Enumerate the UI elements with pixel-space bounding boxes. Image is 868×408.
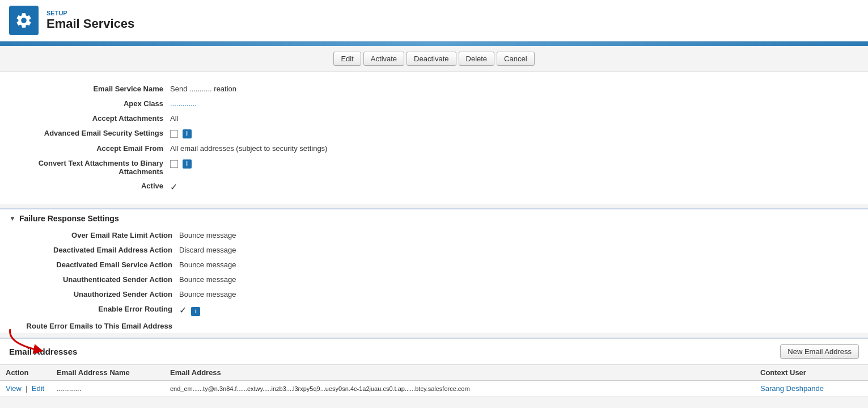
- email-addresses-title: Email Addresses: [9, 347, 769, 356]
- table-header-row: Action Email Address Name Email Address …: [0, 365, 868, 381]
- field-deactivated-address: Deactivated Email Address Action Discard…: [9, 242, 859, 257]
- cell-email: end_em......ty@n.3n84.f......extwy.....i…: [164, 381, 755, 397]
- gear-icon: [15, 11, 33, 30]
- app-icon: [9, 6, 39, 35]
- value-route-error-emails: [179, 321, 859, 322]
- value-email-service-name: Send ........... reation: [170, 83, 868, 93]
- value-unauthenticated-sender: Bounce message: [179, 274, 859, 284]
- value-accept-email-from: All email addresses (subject to security…: [170, 143, 868, 153]
- field-convert-attachments: Convert Text Attachments to BinaryAttach…: [0, 155, 868, 178]
- cell-name: ............: [51, 381, 164, 397]
- value-enable-error-routing: ✓ i: [179, 304, 859, 316]
- label-accept-attachments: Accept Attachments: [0, 113, 170, 123]
- label-email-service-name: Email Service Name: [0, 83, 170, 93]
- info-icon-error-routing[interactable]: i: [191, 307, 200, 316]
- action-edit-link[interactable]: Edit: [32, 384, 44, 393]
- col-header-action: Action: [0, 365, 51, 381]
- email-addresses-section: Email Addresses New Email Address Action…: [0, 338, 868, 397]
- page-title: Email Services: [46, 16, 134, 31]
- toolbar: Edit Activate Deactivate Delete Cancel: [0, 46, 868, 72]
- label-deactivated-address: Deactivated Email Address Action: [9, 245, 179, 254]
- label-unauthorized-sender: Unauthorized Sender Action: [9, 289, 179, 298]
- value-accept-attachments: All: [170, 113, 868, 123]
- field-unauthenticated-sender: Unauthenticated Sender Action Bounce mes…: [9, 272, 859, 287]
- annotation-arrow: [5, 326, 56, 355]
- failure-response-section: ▼ Failure Response Settings Over Email R…: [0, 208, 868, 333]
- cell-context-user: Sarang Deshpande: [755, 381, 868, 397]
- page-header: SETUP Email Services: [0, 0, 868, 41]
- action-view-link[interactable]: View: [6, 384, 22, 393]
- activate-button[interactable]: Activate: [363, 52, 404, 66]
- context-user-link[interactable]: Sarang Deshpande: [760, 384, 824, 393]
- field-active: Active ✓: [0, 178, 868, 195]
- deactivate-button[interactable]: Deactivate: [407, 52, 456, 66]
- label-enable-error-routing: Enable Error Routing: [9, 304, 179, 313]
- field-advanced-security: Advanced Email Security Settings i: [0, 125, 868, 141]
- edit-button[interactable]: Edit: [333, 52, 361, 66]
- field-over-email-rate: Over Email Rate Limit Action Bounce mess…: [9, 228, 859, 242]
- value-apex-class: .............: [170, 98, 868, 108]
- label-apex-class: Apex Class: [0, 98, 170, 108]
- collapse-arrow[interactable]: ▼: [9, 214, 16, 222]
- email-addresses-table: Action Email Address Name Email Address …: [0, 365, 868, 397]
- email-addresses-header: Email Addresses New Email Address: [0, 339, 868, 365]
- value-unauthorized-sender: Bounce message: [179, 289, 859, 298]
- field-apex-class: Apex Class .............: [0, 96, 868, 111]
- cell-action: View | Edit: [0, 381, 51, 397]
- field-unauthorized-sender: Unauthorized Sender Action Bounce messag…: [9, 287, 859, 301]
- col-header-context: Context User: [755, 365, 868, 381]
- value-over-email-rate: Bounce message: [179, 230, 859, 239]
- value-active: ✓: [170, 180, 868, 192]
- cancel-button[interactable]: Cancel: [497, 52, 534, 66]
- label-active: Active: [0, 180, 170, 190]
- label-deactivated-service: Deactivated Email Service Action: [9, 259, 179, 269]
- value-deactivated-address: Discard message: [179, 245, 859, 254]
- delete-button[interactable]: Delete: [459, 52, 495, 66]
- info-icon-advanced-security[interactable]: i: [183, 129, 192, 138]
- info-icon-convert-attachments[interactable]: i: [183, 159, 192, 169]
- field-deactivated-service: Deactivated Email Service Action Bounce …: [9, 257, 859, 272]
- field-route-error-emails: Route Error Emails to This Email Address: [9, 318, 859, 333]
- value-deactivated-service: Bounce message: [179, 259, 859, 269]
- label-advanced-security: Advanced Email Security Settings: [0, 128, 170, 137]
- col-header-email: Email Address: [164, 365, 755, 381]
- header-text: SETUP Email Services: [46, 10, 134, 31]
- apex-class-link[interactable]: .............: [170, 99, 197, 108]
- form-section: Email Service Name Send ........... reat…: [0, 72, 868, 204]
- setup-label: SETUP: [46, 10, 134, 16]
- field-email-service-name: Email Service Name Send ........... reat…: [0, 81, 868, 96]
- table-row: View | Edit ............ end_em......ty@…: [0, 381, 868, 397]
- failure-response-title: ▼ Failure Response Settings: [9, 214, 859, 223]
- value-advanced-security: i: [170, 128, 868, 138]
- failure-response-label: Failure Response Settings: [19, 214, 119, 223]
- field-accept-email-from: Accept Email From All email addresses (s…: [0, 141, 868, 155]
- col-header-name: Email Address Name: [51, 365, 164, 381]
- label-convert-attachments: Convert Text Attachments to BinaryAttach…: [0, 158, 170, 176]
- field-accept-attachments: Accept Attachments All: [0, 111, 868, 125]
- blue-stripe: [0, 41, 868, 46]
- label-over-email-rate: Over Email Rate Limit Action: [9, 230, 179, 239]
- label-accept-email-from: Accept Email From: [0, 143, 170, 153]
- checkbox-convert-attachments[interactable]: [170, 160, 178, 168]
- checkbox-advanced-security[interactable]: [170, 130, 178, 138]
- label-unauthenticated-sender: Unauthenticated Sender Action: [9, 274, 179, 284]
- value-convert-attachments: i: [170, 158, 868, 169]
- field-enable-error-routing: Enable Error Routing ✓ i: [9, 301, 859, 318]
- new-email-address-button[interactable]: New Email Address: [780, 344, 859, 359]
